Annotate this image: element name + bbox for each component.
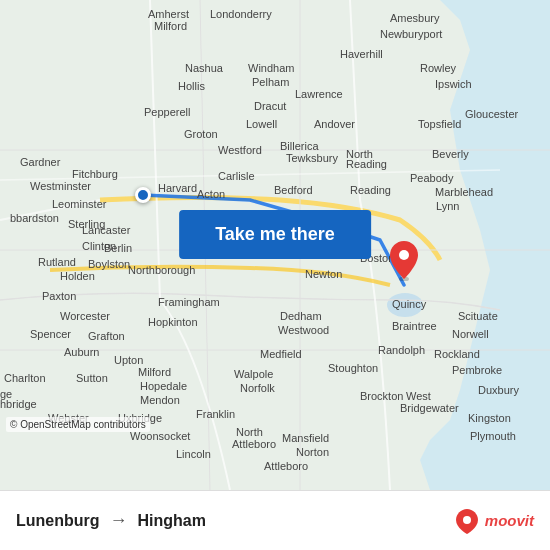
map-container: AmesburyNewburyportAmherstMilfordLondond… bbox=[0, 0, 550, 490]
moovit-pin-icon bbox=[453, 507, 481, 535]
end-marker bbox=[390, 241, 418, 285]
bottom-bar: Lunenburg → Hingham moovit bbox=[0, 490, 550, 550]
moovit-logo[interactable]: moovit bbox=[453, 507, 534, 535]
route-arrow-icon: → bbox=[110, 510, 128, 531]
map-attribution: © OpenStreetMap contributors bbox=[6, 417, 150, 432]
cta-button-container: Take me there bbox=[179, 210, 371, 259]
svg-point-2 bbox=[387, 293, 423, 317]
start-marker bbox=[135, 187, 151, 203]
route-from-label: Lunenburg bbox=[16, 512, 100, 530]
svg-point-4 bbox=[399, 250, 409, 260]
route-to-label: Hingham bbox=[138, 512, 206, 530]
take-me-there-button[interactable]: Take me there bbox=[179, 210, 371, 259]
svg-point-5 bbox=[463, 516, 471, 524]
moovit-brand-text: moovit bbox=[485, 512, 534, 529]
